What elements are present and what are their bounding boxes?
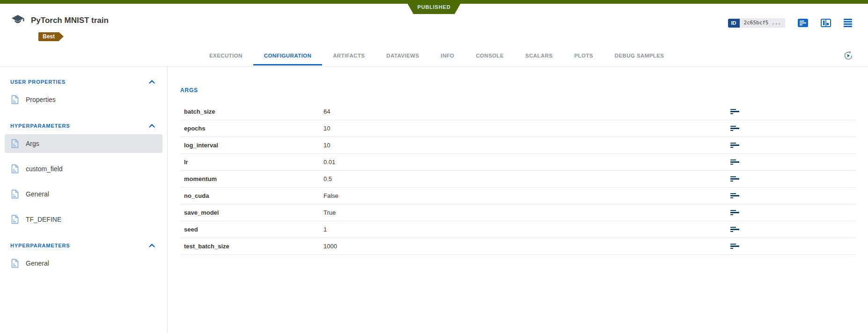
- document-icon: [11, 215, 19, 224]
- status-ribbon-label: PUBLISHED: [418, 4, 451, 10]
- param-value: 1: [324, 226, 327, 233]
- param-key: momentum: [184, 175, 324, 182]
- notes-icon[interactable]: [730, 126, 739, 131]
- param-key: lr: [184, 159, 324, 166]
- id-value[interactable]: 2c65bcf5 ...: [740, 18, 785, 28]
- params-section-title: ARGS: [180, 87, 856, 94]
- id-label: ID: [728, 19, 740, 28]
- param-value: 10: [324, 125, 330, 132]
- sidebar-section-title: USER PROPERTIES: [10, 79, 66, 85]
- experiment-id-chip[interactable]: ID 2c65bcf5 ...: [728, 18, 785, 28]
- sidebar-item-label: custom_field: [26, 165, 63, 173]
- sidebar-section: HYPERPARAMETERS: [0, 235, 167, 273]
- tab-label: DATAVIEWS: [386, 53, 419, 58]
- sidebar-section-items: Args custom_field: [0, 134, 167, 229]
- sidebar-item[interactable]: General: [5, 185, 162, 203]
- tab-label: INFO: [441, 53, 454, 58]
- tab[interactable]: CONFIGURATION: [253, 47, 322, 65]
- tab-label: PLOTS: [574, 53, 593, 58]
- tab-label: ARTIFACTS: [333, 53, 365, 58]
- experiment-title: PyTorch MNIST train: [31, 16, 109, 25]
- header-divider: [0, 66, 868, 67]
- sidebar-section-items: Properties: [0, 90, 167, 109]
- param-row: seed 1: [180, 221, 856, 238]
- sidebar-section-header[interactable]: HYPERPARAMETERS: [0, 116, 167, 134]
- notes-icon[interactable]: [730, 159, 739, 165]
- tab-label: SCALARS: [525, 53, 552, 58]
- tab[interactable]: DEBUG SAMPLES: [604, 47, 675, 65]
- chevron-up-icon[interactable]: [149, 80, 155, 84]
- sidebar-section-items: General: [0, 254, 167, 273]
- tab[interactable]: DATAVIEWS: [375, 47, 430, 65]
- param-key: batch_size: [184, 108, 324, 115]
- status-ribbon: PUBLISHED: [405, 0, 463, 14]
- notes-icon[interactable]: [730, 143, 739, 148]
- sidebar-item[interactable]: Properties: [5, 90, 162, 109]
- sidebar-section-title: HYPERPARAMETERS: [10, 243, 70, 248]
- tab-label: DEBUG SAMPLES: [615, 53, 664, 58]
- param-key: epochs: [184, 125, 324, 132]
- document-icon: [11, 164, 19, 174]
- sidebar-item-label: TF_DEFINE: [26, 216, 61, 223]
- chevron-up-icon[interactable]: [149, 124, 155, 128]
- sidebar-section-header[interactable]: USER PROPERTIES: [0, 72, 167, 90]
- sidebar-item-label: General: [26, 190, 49, 198]
- param-row: test_batch_size 1000: [180, 238, 856, 255]
- param-value: False: [324, 192, 338, 199]
- sidebar-item[interactable]: Args: [5, 134, 162, 153]
- tab[interactable]: INFO: [430, 47, 465, 65]
- sidebar-item[interactable]: custom_field: [5, 159, 162, 178]
- param-row: save_model True: [180, 204, 856, 221]
- param-key: no_cuda: [184, 192, 324, 199]
- param-key: log_interval: [184, 142, 324, 149]
- auto-refresh-icon[interactable]: [843, 50, 854, 61]
- notes-icon[interactable]: [730, 176, 739, 182]
- param-value: 1000: [324, 243, 337, 250]
- sidebar-section: USER PROPERTIES: [0, 72, 167, 109]
- menu-icon[interactable]: [844, 19, 852, 27]
- details-icon[interactable]: [798, 19, 808, 27]
- configuration-panel: ARGS batch_size 64 epochs 10 log_interva…: [168, 67, 868, 333]
- config-sidebar: USER PROPERTIES: [0, 67, 168, 333]
- sidebar-item-label: Args: [26, 140, 39, 147]
- tab-bar: EXECUTION CONFIGURATION ARTIFACTS DATAVI…: [199, 47, 675, 65]
- sidebar-item-label: Properties: [26, 96, 56, 103]
- param-value: 64: [324, 108, 330, 115]
- param-row: log_interval 10: [180, 137, 856, 154]
- tab[interactable]: PLOTS: [563, 47, 603, 65]
- graduation-cap-icon: [11, 14, 24, 27]
- status-tag-badge[interactable]: Best: [38, 32, 59, 41]
- notes-icon[interactable]: [730, 210, 739, 216]
- tab[interactable]: EXECUTION: [199, 47, 253, 65]
- param-row: batch_size 64: [180, 103, 856, 120]
- param-key: save_model: [184, 209, 324, 216]
- notes-icon[interactable]: [730, 227, 739, 232]
- param-value: 0.01: [324, 159, 335, 166]
- sidebar-item[interactable]: General: [5, 254, 162, 273]
- tab-label: EXECUTION: [209, 53, 243, 58]
- tab[interactable]: CONSOLE: [465, 47, 515, 65]
- chevron-up-icon[interactable]: [149, 244, 155, 247]
- param-row: lr 0.01: [180, 154, 856, 171]
- notes-icon[interactable]: [730, 193, 739, 199]
- notes-icon[interactable]: [730, 109, 739, 115]
- document-icon: [11, 259, 19, 268]
- sidebar-section-title: HYPERPARAMETERS: [10, 123, 70, 129]
- param-row: momentum 0.5: [180, 171, 856, 188]
- param-row: no_cuda False: [180, 188, 856, 204]
- param-key: test_batch_size: [184, 243, 324, 250]
- side-panel-icon[interactable]: [821, 19, 831, 27]
- document-icon: [11, 189, 19, 199]
- param-value: 10: [324, 142, 330, 149]
- param-key: seed: [184, 226, 324, 233]
- tab-label: CONFIGURATION: [264, 53, 311, 58]
- sidebar-section: HYPERPARAMETERS: [0, 116, 167, 229]
- sidebar-section-header[interactable]: HYPERPARAMETERS: [0, 235, 167, 254]
- document-icon: [11, 95, 19, 104]
- tab[interactable]: SCALARS: [515, 47, 563, 65]
- document-icon: [11, 139, 19, 148]
- notes-icon[interactable]: [730, 244, 739, 249]
- tab[interactable]: ARTIFACTS: [322, 47, 375, 65]
- param-value: 0.5: [324, 175, 332, 182]
- sidebar-item[interactable]: TF_DEFINE: [5, 210, 162, 229]
